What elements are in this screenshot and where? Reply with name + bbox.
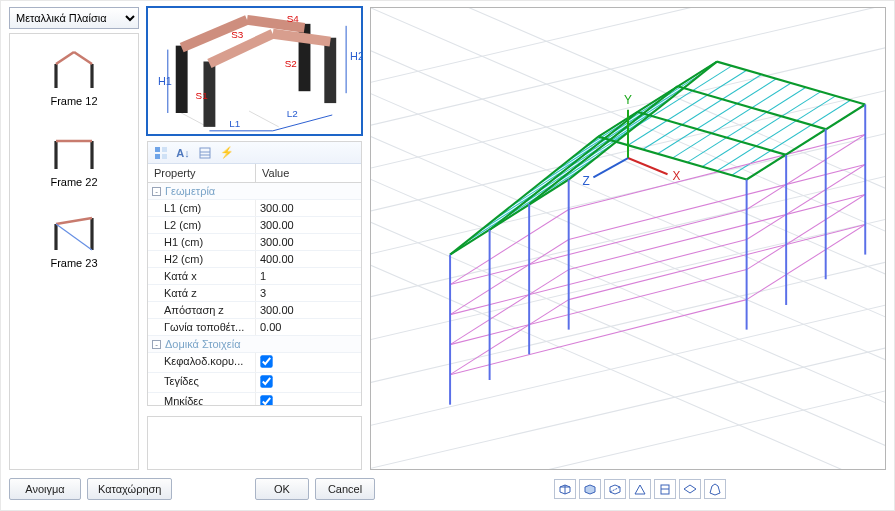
grid-lightning-icon[interactable]: ⚡: [218, 144, 236, 162]
frame-thumbnail-label: Frame 12: [50, 95, 97, 107]
view-iso-wire-icon[interactable]: [554, 479, 576, 499]
property-header-property: Property: [148, 164, 256, 182]
property-category-label: Δομικά Στοιχεία: [165, 338, 241, 350]
svg-line-47: [371, 244, 885, 394]
property-grid-toolbar: A↓ ⚡: [148, 142, 361, 164]
view-front-icon[interactable]: [629, 479, 651, 499]
property-row[interactable]: H1 (cm)300.00: [148, 234, 361, 251]
frame-thumbnail[interactable]: Frame 12: [44, 42, 104, 107]
model-viewer[interactable]: X Y Z: [370, 7, 886, 470]
svg-marker-128: [684, 485, 696, 493]
property-checkbox[interactable]: [260, 375, 272, 387]
svg-line-60: [465, 168, 584, 243]
svg-line-81: [450, 210, 569, 285]
property-category[interactable]: - Γεωμετρία: [148, 183, 361, 200]
svg-line-97: [450, 180, 569, 255]
property-row[interactable]: Γωνία τοποθέτ...0.00: [148, 319, 361, 336]
property-header-value: Value: [256, 164, 361, 182]
axis-z-label: Z: [583, 173, 591, 188]
property-row[interactable]: H2 (cm)400.00: [148, 251, 361, 268]
svg-line-88: [747, 225, 866, 300]
svg-line-58: [371, 244, 885, 469]
svg-line-102: [569, 62, 717, 180]
svg-line-87: [747, 195, 866, 270]
property-row[interactable]: L1 (cm)300.00: [148, 200, 361, 217]
svg-line-116: [628, 158, 668, 174]
svg-marker-122: [585, 485, 595, 494]
svg-line-100: [450, 137, 598, 255]
dialog-button-row: Ανοιγμα Καταχώρηση OK Cancel: [9, 476, 886, 502]
property-row[interactable]: L2 (cm)300.00: [148, 217, 361, 234]
property-grid-header: Property Value: [148, 164, 361, 183]
property-row[interactable]: Τεγίδες: [148, 373, 361, 393]
grid-sort-az-icon[interactable]: A↓: [174, 144, 192, 162]
frame-thumbnail[interactable]: Frame 22: [44, 123, 104, 188]
axis-x-label: X: [672, 168, 680, 183]
cancel-button[interactable]: Cancel: [315, 478, 375, 500]
collapse-icon[interactable]: -: [152, 187, 161, 196]
svg-line-40: [371, 8, 885, 94]
frame-thumbnail-icon: [44, 204, 104, 254]
svg-line-90: [450, 240, 747, 315]
property-description-pane: [147, 416, 362, 470]
property-row[interactable]: Απόσταση z300.00: [148, 302, 361, 319]
ok-button[interactable]: OK: [255, 478, 309, 500]
view-top-icon[interactable]: [679, 479, 701, 499]
svg-text:S3: S3: [231, 29, 244, 40]
property-category[interactable]: - Δομικά Στοιχεία: [148, 336, 361, 353]
svg-marker-129: [710, 484, 720, 495]
svg-line-46: [371, 201, 885, 351]
svg-rect-34: [155, 154, 160, 159]
svg-rect-35: [162, 147, 167, 152]
frame-thumbnail-label: Frame 23: [50, 257, 97, 269]
svg-line-82: [450, 240, 569, 315]
grid-props-icon[interactable]: [196, 144, 214, 162]
view-side-icon[interactable]: [654, 479, 676, 499]
property-grid-body[interactable]: - Γεωμετρία L1 (cm)300.00 L2 (cm)300.00 …: [148, 183, 361, 405]
svg-line-94: [569, 165, 866, 240]
frame-thumbnail-label: Frame 22: [50, 176, 97, 188]
structure-type-select[interactable]: Μεταλλικά Πλαίσια: [9, 7, 139, 29]
svg-text:L2: L2: [287, 108, 298, 119]
svg-line-3: [74, 52, 92, 64]
frame-thumbnail-icon: [44, 123, 104, 173]
svg-rect-37: [200, 148, 210, 158]
property-checkbox[interactable]: [260, 355, 272, 367]
svg-rect-16: [324, 38, 336, 103]
svg-line-76: [687, 87, 806, 162]
view-iso-shaded-icon[interactable]: [579, 479, 601, 499]
property-row[interactable]: Κατά z3: [148, 285, 361, 302]
svg-rect-33: [155, 147, 160, 152]
svg-line-49: [371, 330, 885, 469]
svg-line-45: [371, 158, 885, 308]
frame-thumbnail[interactable]: Frame 23: [44, 204, 104, 269]
svg-line-106: [529, 86, 677, 204]
svg-line-57: [371, 201, 885, 469]
view-iso-hidden-icon[interactable]: [604, 479, 626, 499]
property-checkbox[interactable]: [260, 395, 272, 405]
open-button[interactable]: Ανοιγμα: [9, 478, 81, 500]
frame-preview: H1 H2 S1 S2 S3 S4 L1 L2: [147, 7, 362, 135]
svg-line-20: [273, 34, 330, 42]
svg-line-65: [539, 109, 658, 184]
svg-line-10: [56, 224, 92, 250]
property-row[interactable]: Κατά x1: [148, 268, 361, 285]
svg-line-12: [249, 111, 279, 127]
svg-text:S1: S1: [196, 90, 209, 101]
svg-line-75: [672, 83, 791, 158]
svg-text:L1: L1: [229, 118, 241, 129]
collapse-icon[interactable]: -: [152, 340, 161, 349]
svg-line-124: [610, 487, 620, 492]
svg-text:H2: H2: [350, 50, 361, 62]
grid-categorized-icon[interactable]: [152, 144, 170, 162]
register-button[interactable]: Καταχώρηση: [87, 478, 172, 500]
svg-line-2: [56, 52, 74, 64]
svg-line-103: [717, 62, 865, 105]
property-row[interactable]: Μηκίδες: [148, 393, 361, 405]
frame-thumbnail-icon: [44, 42, 104, 92]
property-grid: A↓ ⚡ Property Value - Γεωμετρία: [147, 141, 362, 406]
frame-thumbnail-list: Frame 12 Fram: [9, 33, 139, 470]
svg-line-24: [273, 115, 332, 131]
view-persp-icon[interactable]: [704, 479, 726, 499]
property-row[interactable]: Κεφαλοδ.κορυ...: [148, 353, 361, 373]
